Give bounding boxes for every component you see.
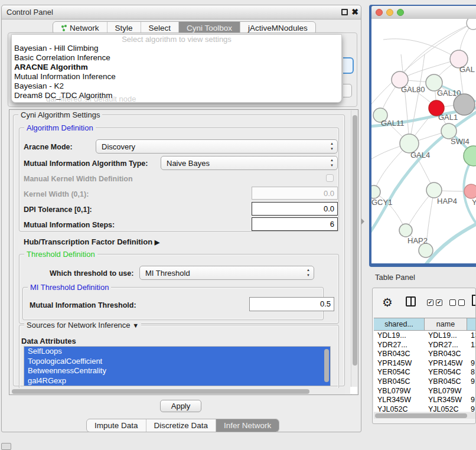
- which-threshold-combo[interactable]: MI Threshold ▲▼: [139, 266, 314, 280]
- table-cell: YBL079W: [425, 386, 467, 396]
- aracne-mode-value: Discovery: [102, 142, 135, 151]
- tab-cyni-toolbox-label: Cyni Toolbox: [187, 24, 232, 32]
- split-pane-caret[interactable]: [361, 219, 364, 224]
- attribute-item[interactable]: TopologicalCoefficient: [24, 357, 330, 367]
- table-row[interactable]: YER054CYER054C8.: [374, 367, 476, 377]
- control-panel-titlebar[interactable]: Control Panel ✖: [2, 5, 361, 19]
- table-body: YDL19...YDL19...13YDR27...YDR27...12YBR0…: [374, 331, 476, 412]
- column-header-shared[interactable]: shared...: [374, 318, 425, 330]
- table-panel-title: Table Panel: [375, 273, 415, 282]
- network-node[interactable]: [464, 146, 476, 166]
- minimized-panel-icon[interactable]: [1, 443, 11, 450]
- settings-horizontal-scrollbar[interactable]: [11, 388, 345, 394]
- network-node[interactable]: [467, 19, 476, 30]
- table-cell: YLR345W: [425, 395, 467, 405]
- aracne-mode-combo[interactable]: Discovery ▲▼: [96, 139, 338, 154]
- minimize-traffic-light-icon[interactable]: [386, 9, 393, 16]
- hub-definition-toggle[interactable]: Hub/Transcription Factor Definition ▶: [24, 237, 159, 246]
- table-row[interactable]: YDR27...YDR27...12: [374, 340, 476, 350]
- close-traffic-light-icon[interactable]: [376, 9, 383, 16]
- zoom-traffic-light-icon[interactable]: [397, 9, 404, 16]
- network-canvas[interactable]: GALGAL80GAL10GAL1GAL11SWI4GAL4GCY1HAP4YH…: [371, 19, 476, 263]
- cyni-settings-group-title: Cyni Algorithm Settings: [18, 110, 102, 119]
- tab-discretize-data[interactable]: Discretize Data: [146, 419, 217, 432]
- mi-steps-input[interactable]: 6: [252, 217, 338, 231]
- dropdown-item[interactable]: Dream8 DC_TDC Algorithm: [12, 91, 341, 100]
- table-row[interactable]: YBR045CYBR045C9.: [374, 377, 476, 386]
- network-node-y[interactable]: [464, 184, 476, 198]
- table-cell: YPR145W: [425, 358, 467, 368]
- network-node-hap2[interactable]: [399, 224, 412, 237]
- mi-threshold-input[interactable]: 0.5: [249, 297, 334, 311]
- control-panel-window: Control Panel ✖ Network Style Select Cyn…: [1, 5, 361, 432]
- expand-right-icon: ▶: [155, 239, 159, 246]
- network-window-titlebar[interactable]: [371, 6, 476, 19]
- dropdown-item[interactable]: Bayesian - K2: [12, 81, 341, 91]
- network-node[interactable]: [419, 243, 433, 257]
- attribute-item[interactable]: SelfLoops: [24, 347, 330, 357]
- which-threshold-value: MI Threshold: [145, 269, 190, 278]
- sources-group-title[interactable]: Sources for Network Inference ▼: [24, 321, 141, 330]
- attribute-item[interactable]: gal4RGexp: [24, 376, 330, 386]
- column-header-partial[interactable]: [467, 318, 476, 330]
- columns-icon[interactable]: [406, 296, 416, 306]
- apply-button[interactable]: Apply: [160, 400, 201, 412]
- table-horizontal-scrollbar[interactable]: [374, 412, 475, 419]
- float-window-icon[interactable]: [341, 9, 348, 15]
- combo-arrows-icon: ▲▼: [330, 158, 334, 168]
- algorithm-dropdown-list: Select algorithm to view settings Bayesi…: [11, 34, 342, 103]
- network-node[interactable]: [454, 94, 475, 115]
- tab-infer-network-label: Infer Network: [224, 421, 271, 430]
- export-table-icon[interactable]: [472, 295, 476, 306]
- network-node-gcy1[interactable]: [371, 185, 380, 198]
- network-node-hap4[interactable]: [426, 182, 442, 198]
- dropdown-placeholder: Select algorithm to view settings: [12, 35, 341, 44]
- table-cell: YDL19...: [425, 331, 467, 340]
- select-all-checkbox-icon[interactable]: ✔: [427, 299, 433, 306]
- deselect-checkbox-icon[interactable]: [449, 299, 456, 306]
- manual-kernel-label: Manual Kernel Width Definition: [24, 175, 133, 183]
- attribute-item[interactable]: BetweennessCentrality: [24, 366, 330, 376]
- data-attributes-list[interactable]: SelfLoops TopologicalCoefficient Between…: [24, 346, 331, 386]
- table-cell: YDR27...: [425, 340, 467, 350]
- deselect-checkbox2-icon[interactable]: [458, 299, 465, 306]
- kernel-width-label: Kernel Width (0,1):: [24, 190, 89, 198]
- node-label: GAL1: [438, 113, 458, 122]
- table-cell: YDL19...: [374, 331, 425, 340]
- table-cell: 13: [467, 331, 476, 340]
- dropdown-item[interactable]: Bayesian - Hill Climbing: [12, 44, 341, 53]
- table-cell: YBR045C: [374, 377, 425, 386]
- dpi-tolerance-label: DPI Tolerance [0,1]:: [24, 206, 92, 214]
- tab-infer-network[interactable]: Infer Network: [216, 419, 279, 432]
- dropdown-item-aracne[interactable]: ARACNE Algorithm: [12, 63, 341, 72]
- scrollbar-corner: [350, 387, 357, 394]
- table-row[interactable]: YLR345WYLR345W9.: [374, 395, 476, 405]
- table-row[interactable]: YBL079WYBL079W: [374, 386, 476, 396]
- select-all-checkbox2-icon[interactable]: ✔: [436, 299, 442, 306]
- column-header-name[interactable]: name: [425, 318, 467, 330]
- table-row[interactable]: YBR043CYBR043C: [374, 349, 476, 358]
- dropdown-item[interactable]: Mutual Information Inference: [12, 72, 341, 81]
- network-view-window: GALGAL80GAL10GAL1GAL11SWI4GAL4GCY1HAP4YH…: [369, 5, 476, 267]
- node-label: SWI4: [451, 137, 470, 146]
- table-cell: [467, 386, 476, 396]
- attribute-list-scrollbar[interactable]: [324, 349, 329, 382]
- dropdown-item[interactable]: Basic Correlation Inference: [12, 53, 341, 63]
- tab-impute-data[interactable]: Impute Data: [87, 419, 146, 432]
- table-cell: YER054C: [374, 367, 425, 377]
- table-cell: YER054C: [425, 367, 467, 377]
- table-row[interactable]: YPR145WYPR145W9.: [374, 358, 476, 368]
- table-cell: YJL052C: [425, 405, 467, 412]
- settings-vertical-scrollbar[interactable]: [351, 110, 357, 395]
- table-cell: YLR345W: [374, 395, 425, 405]
- table-row[interactable]: YDL19...YDL19...13: [374, 331, 476, 340]
- close-icon[interactable]: ✖: [351, 7, 358, 17]
- gear-icon[interactable]: ⚙: [382, 295, 393, 309]
- mi-algorithm-type-combo[interactable]: Naive Bayes ▲▼: [161, 156, 338, 170]
- tab-discretize-data-label: Discretize Data: [154, 421, 208, 430]
- kernel-width-input[interactable]: 0.0: [252, 187, 338, 200]
- obscured-button-fragment: [343, 84, 352, 97]
- dpi-tolerance-input[interactable]: 0.0: [252, 202, 338, 216]
- manual-kernel-checkbox[interactable]: [326, 174, 334, 182]
- table-row[interactable]: YJL052CYJL052C9: [374, 405, 476, 412]
